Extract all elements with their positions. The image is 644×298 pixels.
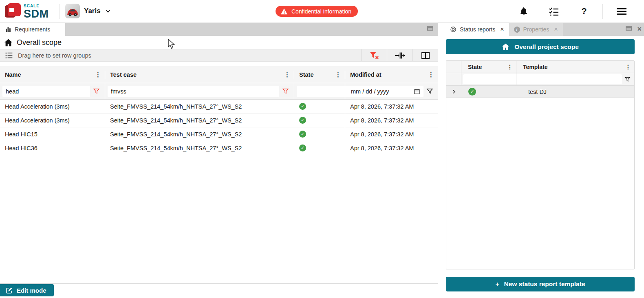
column-menu-icon[interactable]: ⋮ [507,64,513,70]
cell-name: Head HIC15 [0,127,105,141]
column-settings-button[interactable] [413,49,438,61]
cell-modified-at: Apr 8, 2026, 7:37:32 AM [345,141,438,155]
hamburger-icon [616,7,627,16]
right-panel-maximize-button[interactable] [626,26,632,31]
autosize-columns-button[interactable] [387,49,412,61]
modified-at-filter-menu-button[interactable] [423,88,436,95]
cell-test-case: Seite_FMVSS_214_54km/h_NHTSA_27°_WS_S2 [105,100,294,113]
cell-test-case: Seite_FMVSS_214_54km/h_NHTSA_27°_WS_S2 [105,141,294,155]
column-label: State [468,64,482,70]
tab-requirements[interactable]: Requirements [0,23,65,36]
help-button[interactable]: ? [569,0,599,23]
column-label: Modified at [350,71,382,78]
requirements-grid: Name ⋮ Test case ⋮ State ⋮ Modified at ⋮ [0,66,438,155]
main-menu-button[interactable] [607,0,637,23]
overall-project-scope-label: Overall project scope [514,43,579,51]
column-menu-icon[interactable]: ⋮ [95,71,101,78]
clear-filter-icon [369,51,379,60]
cell-state: ✓ [461,86,516,98]
table-row[interactable]: Head HIC36 Seite_FMVSS_214_54km/h_NHTSA_… [0,141,438,155]
column-header-name[interactable]: Name ⋮ [0,66,105,83]
status-reports-grid: State ⋮ Template ⋮ [446,60,635,269]
column-menu-icon[interactable]: ⋮ [284,71,290,78]
row-groups-icon [5,52,13,59]
project-car-image [65,4,80,18]
column-header-state[interactable]: State ⋮ [461,61,516,73]
right-panel-close-button[interactable]: × [637,25,642,33]
warning-icon [280,8,288,15]
passed-check-icon: ✓ [299,131,306,138]
filter-icon [426,88,433,95]
checklist-icon [549,7,559,16]
row-groups-hint: Drag here to set row groups [18,52,91,59]
notifications-button[interactable] [509,0,539,23]
clear-filters-button[interactable] [362,49,387,61]
topbar-divider [602,4,603,19]
info-icon: i [514,27,520,33]
question-icon: ? [581,6,587,17]
cell-state: ✓ [294,127,345,141]
project-name: Yaris [84,7,101,15]
grid-filter-row: mm / dd / yyyy [0,83,438,100]
new-status-report-template-button[interactable]: + New status report template [446,277,635,291]
row-groups-dropzone[interactable]: Drag here to set row groups [0,49,438,62]
app-logo: SCALE SDM [5,3,49,20]
column-header-modified-at[interactable]: Modified at ⋮ [345,66,438,83]
column-menu-icon[interactable]: ⋮ [625,64,631,70]
column-header-template[interactable]: Template ⋮ [516,61,634,73]
passed-check-icon: ✓ [468,88,476,96]
cell-test-case: Seite_FMVSS_214_54km/h_NHTSA_27°_WS_S2 [105,127,294,141]
test-case-filter-input[interactable] [108,86,279,97]
column-menu-icon[interactable]: ⋮ [335,71,341,78]
new-status-report-template-label: New status report template [504,280,585,288]
column-header-state[interactable]: State ⋮ [294,66,345,83]
project-selector[interactable]: Yaris [65,4,111,18]
plus-icon: + [495,281,499,287]
column-label: Name [5,71,21,78]
topbar-divider [60,4,60,19]
cell-state: ✓ [294,113,345,127]
chevron-down-icon [105,8,111,14]
name-filter-menu-button[interactable] [90,88,102,95]
home-icon [502,43,509,50]
edit-mode-button[interactable]: Edit mode [0,284,54,296]
footer-divider [0,283,438,284]
test-case-filter-menu-button[interactable] [279,88,291,95]
template-filter-menu-button[interactable] [622,76,633,82]
column-header-test-case[interactable]: Test case ⋮ [105,66,294,83]
calendar-icon[interactable] [414,88,420,95]
filter-icon-active [282,88,289,95]
scope-header: Overall scope [0,36,438,49]
fit-columns-icon [395,52,405,59]
confidential-badge: Confidential information [276,6,358,17]
right-tab-strip: Status reports × i Properties × × [445,23,644,36]
cell-name: Head HIC36 [0,141,105,155]
close-icon[interactable]: × [500,26,504,33]
table-row[interactable]: Head Acceleration (3ms) Seite_FMVSS_214_… [0,100,438,113]
tab-requirements-label: Requirements [15,26,50,33]
tasks-button[interactable] [539,0,569,23]
table-row[interactable]: ✓ test DJ [446,86,634,98]
tab-properties[interactable]: i Properties × [509,23,563,36]
filter-icon [624,76,631,82]
close-icon[interactable]: × [554,26,558,33]
left-panel-maximize-button[interactable] [427,26,433,31]
close-icon: × [637,25,642,33]
overall-project-scope-button[interactable]: Overall project scope [446,39,635,54]
name-filter-input[interactable] [2,86,90,97]
table-row[interactable]: Head Acceleration (3ms) Seite_FMVSS_214_… [0,113,438,127]
column-label: Test case [110,71,137,78]
template-filter-input[interactable] [518,74,622,84]
tab-status-reports[interactable]: Status reports × [445,23,509,36]
expand-row-button[interactable] [446,86,461,98]
grid-header-row: State ⋮ Template ⋮ [446,61,634,73]
edit-mode-label: Edit mode [17,287,46,294]
passed-check-icon: ✓ [299,145,306,151]
column-menu-icon[interactable]: ⋮ [428,71,434,78]
passed-check-icon: ✓ [299,103,306,110]
modified-at-filter-input[interactable]: mm / dd / yyyy [348,86,423,97]
grid-filter-row [446,73,634,86]
column-label: State [299,71,313,78]
topbar-divider [508,4,508,19]
table-row[interactable]: Head HIC15 Seite_FMVSS_214_54km/h_NHTSA_… [0,127,438,141]
